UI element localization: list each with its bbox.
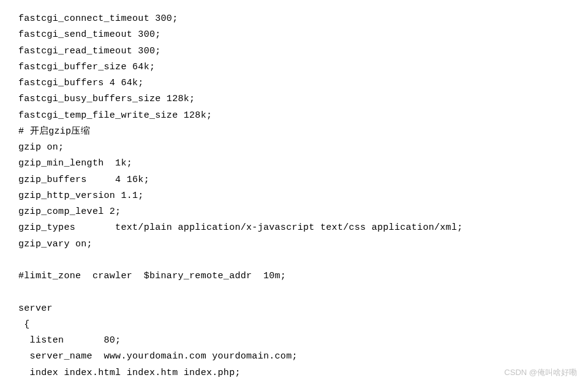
code-line: fastcgi_send_timeout 300;: [18, 29, 161, 40]
code-line: gzip_http_version 1.1;: [18, 191, 144, 201]
code-line: listen 80;: [18, 335, 121, 346]
code-line: fastcgi_read_timeout 300;: [18, 46, 161, 56]
code-line: gzip on;: [18, 142, 64, 153]
code-line: index index.html index.htm index.php;: [18, 368, 241, 378]
code-line: server: [18, 303, 53, 314]
code-line: # 开启gzip压缩: [18, 126, 90, 137]
code-line: {: [18, 319, 30, 330]
code-line: gzip_min_length 1k;: [18, 158, 132, 169]
code-line: gzip_types text/plain application/x-java…: [18, 222, 463, 233]
code-line: #limit_zone crawler $binary_remote_addr …: [18, 271, 286, 281]
nginx-config-code: fastcgi_connect_timeout 300; fastcgi_sen…: [18, 11, 588, 381]
code-line: fastcgi_buffer_size 64k;: [18, 62, 155, 72]
code-line: fastcgi_buffers 4 64k;: [18, 78, 144, 88]
code-line: fastcgi_temp_file_write_size 128k;: [18, 110, 212, 121]
csdn-watermark: CSDN @俺叫啥好嘞: [504, 366, 577, 380]
code-line: fastcgi_busy_buffers_size 128k;: [18, 94, 195, 104]
code-line: gzip_comp_level 2;: [18, 207, 121, 217]
code-line: fastcgi_connect_timeout 300;: [18, 13, 178, 24]
code-line: gzip_buffers 4 16k;: [18, 175, 149, 185]
code-line: gzip_vary on;: [18, 239, 92, 249]
code-line: server_name www.yourdomain.com yourdomai…: [18, 351, 298, 362]
